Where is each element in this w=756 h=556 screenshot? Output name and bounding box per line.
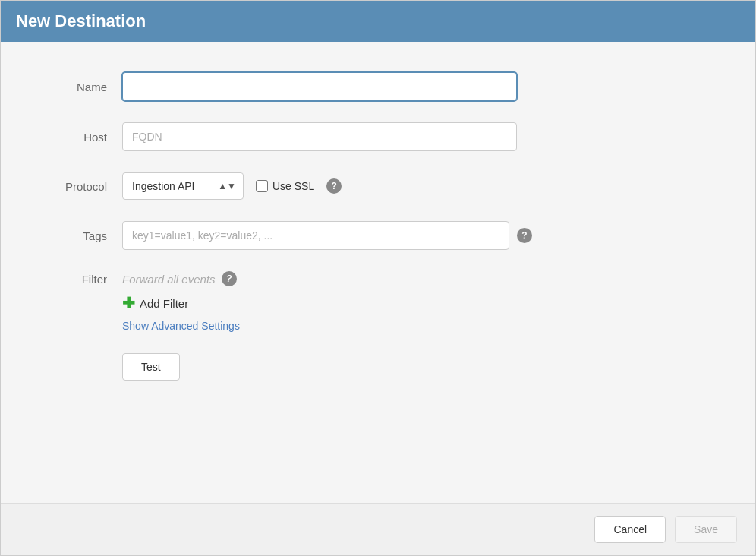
name-field-wrapper xyxy=(122,72,517,101)
save-button[interactable]: Save xyxy=(675,516,737,543)
filter-content: Forward all events ? ✚ Add Filter Show A… xyxy=(122,271,240,332)
test-row: Test xyxy=(46,353,710,381)
host-input[interactable] xyxy=(122,122,517,151)
tags-input[interactable] xyxy=(122,221,509,250)
test-button-label: Test xyxy=(141,361,161,373)
advanced-settings-link[interactable]: Show Advanced Settings xyxy=(122,320,240,332)
filter-row: Filter Forward all events ? ✚ Add Filter… xyxy=(46,271,710,332)
ssl-checkbox[interactable] xyxy=(256,180,268,192)
ssl-label-text: Use SSL xyxy=(272,180,314,192)
add-filter-button[interactable]: ✚ Add Filter xyxy=(122,295,240,311)
ssl-checkbox-label[interactable]: Use SSL xyxy=(256,180,314,192)
name-row: Name xyxy=(46,72,710,101)
protocol-row: Protocol Ingestion API Syslog HTTP HTTPS… xyxy=(46,172,710,200)
tags-row: Tags ? xyxy=(46,221,710,250)
filter-placeholder-text: Forward all events ? xyxy=(122,271,240,286)
host-field-wrapper xyxy=(122,122,517,151)
tags-help-icon[interactable]: ? xyxy=(517,228,532,243)
dialog-body: Name Host Protocol Ingestion API Syslog … xyxy=(1,42,755,503)
host-label: Host xyxy=(46,131,122,144)
tags-label: Tags xyxy=(46,229,122,242)
add-filter-label: Add Filter xyxy=(140,297,188,310)
dialog-header: New Destination xyxy=(1,1,755,42)
filter-placeholder-label: Forward all events xyxy=(122,273,216,286)
filter-help-icon[interactable]: ? xyxy=(222,271,237,286)
test-button[interactable]: Test xyxy=(122,353,180,381)
add-filter-icon: ✚ xyxy=(122,295,135,311)
filter-label: Filter xyxy=(46,271,122,286)
dialog-title: New Destination xyxy=(16,11,146,30)
cancel-button[interactable]: Cancel xyxy=(594,516,666,543)
advanced-settings-label: Show Advanced Settings xyxy=(122,320,240,332)
protocol-select-wrapper: Ingestion API Syslog HTTP HTTPS ▲▼ xyxy=(122,172,244,200)
new-destination-dialog: New Destination Name Host Protocol Inges… xyxy=(0,0,756,556)
host-row: Host xyxy=(46,122,710,151)
ssl-help-icon[interactable]: ? xyxy=(326,178,342,194)
protocol-select[interactable]: Ingestion API Syslog HTTP HTTPS xyxy=(122,172,244,200)
name-input[interactable] xyxy=(122,72,517,101)
protocol-label: Protocol xyxy=(46,180,122,193)
protocol-controls: Ingestion API Syslog HTTP HTTPS ▲▼ Use S… xyxy=(122,172,342,200)
name-label: Name xyxy=(46,81,122,93)
cancel-label: Cancel xyxy=(613,523,647,535)
tags-field-wrapper: ? xyxy=(122,221,532,250)
save-label: Save xyxy=(694,523,718,535)
dialog-footer: Cancel Save xyxy=(1,503,755,555)
